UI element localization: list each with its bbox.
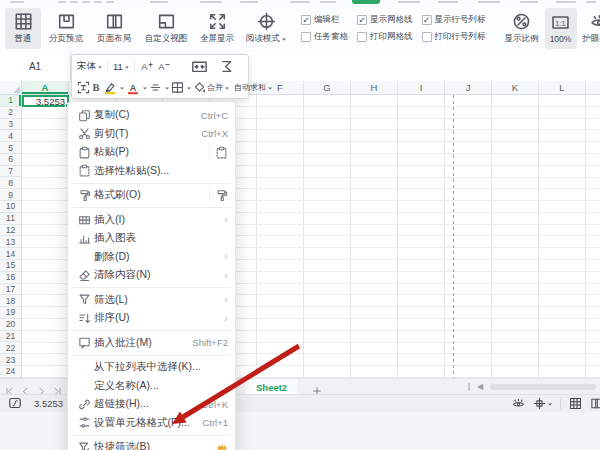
menu-item-format-cells[interactable]: 设置单元格格式(F)...Ctrl+1: [68, 414, 235, 433]
funnel-icon: [78, 293, 91, 306]
row-header-24[interactable]: 24: [0, 366, 21, 378]
row-header-8[interactable]: 8: [0, 177, 21, 189]
row-header-7[interactable]: 7: [0, 166, 21, 178]
row-header-23[interactable]: 23: [0, 354, 21, 366]
chart-icon: [78, 232, 91, 245]
normal-view-button[interactable]: [569, 397, 582, 412]
column-header-l[interactable]: L: [539, 81, 586, 94]
view-button-custom-views[interactable]: 自定义视图: [139, 8, 193, 49]
row-header-21[interactable]: 21: [0, 331, 21, 343]
row-header-13[interactable]: 13: [0, 236, 21, 248]
tool-button-eye-protection[interactable]: 护眼模式: [579, 8, 600, 49]
checkbox-print-headings[interactable]: 打印行号列标: [422, 31, 486, 43]
checkbox-show-headings[interactable]: ✓显示行号列标: [422, 14, 486, 26]
selected-cell-a1[interactable]: 3.5253: [22, 95, 69, 107]
checkbox-task-pane[interactable]: 任务窗格: [301, 31, 348, 43]
row-header-1[interactable]: 1: [0, 95, 21, 107]
fill-color-button[interactable]: [191, 81, 207, 94]
row-header-19[interactable]: 19: [0, 307, 21, 319]
column-header-h[interactable]: H: [351, 81, 398, 94]
bold-button[interactable]: B: [91, 82, 101, 93]
column-header-a[interactable]: A: [22, 81, 69, 94]
menu-item-format-painter[interactable]: 格式刷(O): [68, 186, 235, 205]
autosum-button[interactable]: 自动求和: [234, 82, 272, 93]
paste-special-icon[interactable]: [215, 146, 228, 159]
view-button-full-screen[interactable]: 全屏显示: [195, 8, 239, 49]
painter-icon[interactable]: [215, 189, 228, 202]
tool-button-zoom-ratio[interactable]: 显示比例: [501, 8, 543, 49]
view-button-page-layout[interactable]: 页面布局: [91, 8, 137, 49]
view-button-reading-mode[interactable]: 阅读模式: [241, 8, 291, 49]
column-header-i[interactable]: I: [398, 81, 445, 94]
row-header-17[interactable]: 17: [0, 284, 21, 296]
name-box[interactable]: A1: [0, 52, 71, 80]
row-header-15[interactable]: 15: [0, 260, 21, 272]
row-header-9[interactable]: 9: [0, 189, 21, 201]
menu-item-pick-from-dropdown[interactable]: 从下拉列表中选择(K)...: [68, 358, 235, 377]
row-header-2[interactable]: 2: [0, 107, 21, 119]
column-header-j[interactable]: J: [445, 81, 492, 94]
menu-item-label: 复制(C): [94, 108, 201, 122]
menu-item-paste-special[interactable]: 选择性粘贴(S)...: [68, 162, 235, 181]
row-header-11[interactable]: 11: [0, 213, 21, 225]
sheet-tab-active[interactable]: Sheet2: [246, 379, 297, 395]
row-header-6[interactable]: 6: [0, 154, 21, 166]
menu-item-label: 剪切(T): [94, 127, 201, 141]
menu-item-hyperlink[interactable]: 超链接(H)...Ctrl+K: [68, 395, 235, 414]
checkbox-show-gridlines[interactable]: ✓显示网格线: [357, 14, 413, 26]
eye-protection-icon[interactable]: [512, 397, 525, 412]
menu-item-define-name[interactable]: 定义名称(A)...: [68, 377, 235, 396]
merge-cells-icon[interactable]: [189, 58, 209, 75]
checkbox-print-gridlines[interactable]: 打印网格线: [357, 31, 413, 43]
strikethrough-button[interactable]: [147, 81, 163, 94]
column-header-g[interactable]: G: [304, 81, 351, 94]
row-header-18[interactable]: 18: [0, 295, 21, 307]
column-header-k[interactable]: K: [492, 81, 539, 94]
cell-context-menu: 复制(C)Ctrl+C剪切(T)Ctrl+X粘贴(P)选择性粘贴(S)...格式…: [67, 101, 236, 450]
select-all-corner[interactable]: [0, 81, 22, 94]
page-layout-view-button[interactable]: [590, 397, 600, 412]
menu-item-delete[interactable]: 删除(D)›: [68, 248, 235, 267]
view-button-page-break-preview[interactable]: 分页预览: [43, 8, 89, 49]
menu-item-clear-contents[interactable]: 清除内容(N)›: [68, 266, 235, 285]
menu-item-icon-slot: [74, 441, 94, 450]
increase-font-button[interactable]: A: [138, 60, 155, 74]
status-js-icon[interactable]: [8, 396, 22, 412]
borders-button[interactable]: [169, 81, 185, 94]
menu-item-insert[interactable]: 插入(I)›: [68, 211, 235, 230]
view-button-normal-view[interactable]: 普通: [5, 8, 41, 49]
menu-item-insert-comment[interactable]: 插入批注(M)Shift+F2: [68, 334, 235, 353]
menu-item-filter[interactable]: 筛选(L)›: [68, 291, 235, 310]
highlight-color-button[interactable]: [101, 81, 118, 95]
row-header-5[interactable]: 5: [0, 142, 21, 154]
menu-item-shortcut: Ctrl+K: [201, 399, 228, 410]
row-header-10[interactable]: 10: [0, 201, 21, 213]
menu-item-paste[interactable]: 粘贴(P): [68, 143, 235, 162]
row-header-20[interactable]: 20: [0, 319, 21, 331]
autosum-icon[interactable]: [217, 59, 235, 74]
row-header-14[interactable]: 14: [0, 248, 21, 260]
horizontal-scrollbar[interactable]: [490, 384, 596, 390]
cell-a1-value: 3.5253: [36, 96, 65, 107]
menu-item-copy[interactable]: 复制(C)Ctrl+C: [68, 106, 235, 125]
decrease-font-button[interactable]: A: [155, 60, 172, 74]
row-header-4[interactable]: 4: [0, 130, 21, 142]
wps-spreadsheet-window: 普通分页预览页面布局自定义视图全屏显示阅读模式 ✓编辑栏任务窗格✓显示网格线打印…: [0, 0, 600, 450]
font-name-select[interactable]: 宋体: [75, 60, 104, 73]
freeze-panes-quick-button[interactable]: [533, 397, 552, 412]
row-header-22[interactable]: 22: [0, 342, 21, 354]
row-header-12[interactable]: 12: [0, 225, 21, 237]
menu-item-sort[interactable]: 排序(U)›: [68, 309, 235, 328]
font-color-button[interactable]: A: [124, 81, 141, 95]
merge-cells-button[interactable]: 合并: [207, 82, 229, 93]
menu-item-insert-chart[interactable]: 插入图表: [68, 229, 235, 248]
tool-button-zoom-100[interactable]: 1:1100%: [545, 8, 577, 49]
font-size-select[interactable]: 11: [111, 61, 131, 72]
menu-item-quick-filter[interactable]: 快捷筛选(B): [68, 438, 235, 450]
row-header-16[interactable]: 16: [0, 272, 21, 284]
scroll-left-arrow[interactable]: ◀: [477, 383, 483, 391]
text-convert-button[interactable]: [75, 81, 91, 94]
checkbox-formula-bar[interactable]: ✓编辑栏: [301, 14, 348, 26]
menu-item-cut[interactable]: 剪切(T)Ctrl+X: [68, 125, 235, 144]
row-header-3[interactable]: 3: [0, 119, 21, 131]
